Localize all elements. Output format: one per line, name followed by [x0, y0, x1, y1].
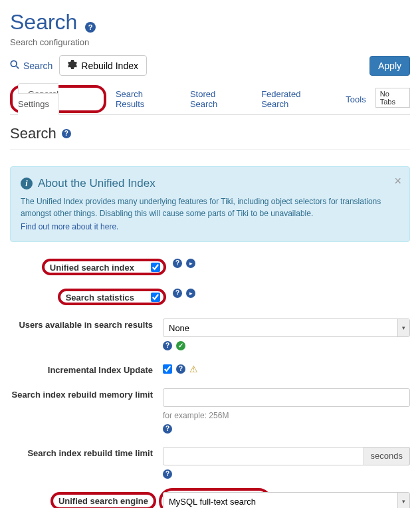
- mem-limit-label: Search index rebuild memory limit: [10, 388, 163, 400]
- svg-line-1: [17, 66, 19, 69]
- section-title: Search: [10, 125, 56, 142]
- check-icon: ✓: [176, 341, 185, 350]
- users-avail-select[interactable]: None: [163, 318, 410, 337]
- help-icon[interactable]: ?: [62, 129, 71, 138]
- info-box: × i About the Unified Index The Unified …: [10, 166, 410, 242]
- page-subtitle: Search configuration: [10, 37, 410, 47]
- time-limit-addon: seconds: [364, 447, 410, 465]
- svg-point-0: [11, 61, 17, 66]
- incremental-checkbox[interactable]: [163, 364, 172, 374]
- mem-limit-hint: for example: 256M: [163, 411, 410, 420]
- mem-limit-input[interactable]: [163, 388, 410, 407]
- close-icon[interactable]: ×: [394, 175, 401, 187]
- help-icon[interactable]: ?: [173, 259, 182, 268]
- unified-index-checkbox[interactable]: [151, 263, 160, 272]
- search-link[interactable]: Search: [10, 60, 52, 71]
- info-title: About the Unified Index: [38, 177, 156, 190]
- highlight-general-settings: General Settings: [10, 85, 106, 113]
- search-icon: [10, 60, 19, 71]
- tab-general-settings[interactable]: General Settings: [18, 83, 59, 115]
- help-icon[interactable]: ?: [85, 22, 96, 33]
- highlight-engine: Unified search engine: [51, 492, 156, 508]
- info-icon: i: [21, 178, 33, 190]
- tab-search-results[interactable]: Search Results: [106, 84, 181, 114]
- tab-stored-search[interactable]: Stored Search: [181, 84, 252, 114]
- time-limit-input[interactable]: [163, 447, 364, 465]
- gear-icon: [68, 60, 77, 71]
- tab-tools[interactable]: Tools: [336, 89, 375, 110]
- page-title: Search: [10, 10, 77, 35]
- search-stats-label: Search statistics: [66, 291, 144, 303]
- action-icon[interactable]: ▸: [186, 289, 195, 298]
- help-icon[interactable]: ?: [176, 364, 185, 374]
- search-stats-checkbox[interactable]: [151, 293, 160, 302]
- no-tabs-button[interactable]: No Tabs: [375, 88, 410, 108]
- help-icon[interactable]: ?: [163, 469, 172, 479]
- engine-select[interactable]: MySQL full-text search: [163, 492, 410, 508]
- help-icon[interactable]: ?: [163, 424, 172, 434]
- incremental-label: Incremental Index Update: [10, 364, 163, 375]
- highlight-unified-index: Unified search index: [42, 259, 166, 275]
- apply-button[interactable]: Apply: [369, 56, 410, 76]
- info-link[interactable]: Find out more about it here.: [21, 222, 118, 231]
- warning-icon: ⚠: [189, 364, 198, 374]
- divider: [10, 149, 410, 150]
- info-text: The Unified Index provides many underlyi…: [21, 195, 399, 219]
- help-icon[interactable]: ?: [163, 341, 172, 350]
- engine-label: Unified search engine: [58, 495, 148, 506]
- unified-index-label: Unified search index: [50, 261, 144, 273]
- time-limit-label: Search index rebuild time limit: [10, 447, 163, 458]
- rebuild-index-button[interactable]: Rebuild Index: [59, 55, 147, 76]
- highlight-search-stats: Search statistics: [58, 289, 166, 305]
- users-avail-label: Users available in search results: [10, 318, 163, 330]
- action-icon[interactable]: ▸: [186, 259, 195, 268]
- help-icon[interactable]: ?: [173, 289, 182, 298]
- tab-federated-search[interactable]: Federated Search: [252, 84, 336, 114]
